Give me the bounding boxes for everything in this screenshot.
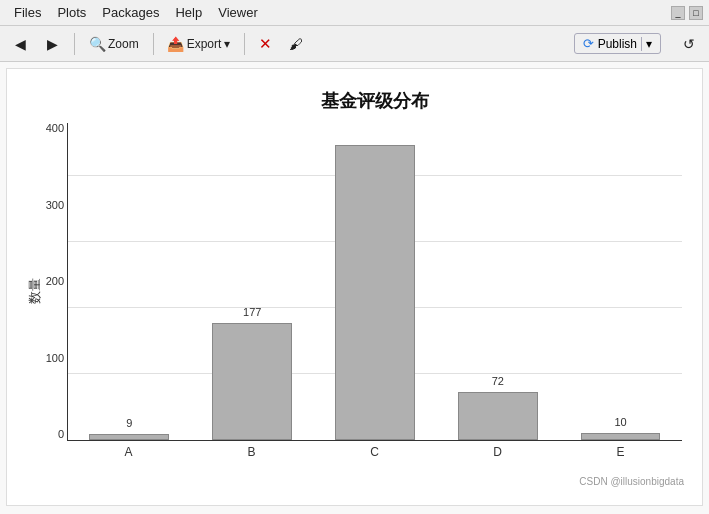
bar-value-label: 177 <box>243 306 261 318</box>
export-button[interactable]: 📤 Export ▾ <box>162 34 237 54</box>
watermark: CSDN @illusionbigdata <box>579 476 684 487</box>
x-axis-tick-label: C <box>313 445 436 459</box>
x-axis-tick-label: E <box>559 445 682 459</box>
x-axis-tick-label: B <box>190 445 313 459</box>
y-ticks: 0100200300400 <box>26 123 64 440</box>
clear-button[interactable]: ✕ <box>253 33 278 55</box>
clear-icon: ✕ <box>259 35 272 53</box>
y-tick-label: 200 <box>46 276 64 287</box>
publish-button[interactable]: ⟳ Publish ▾ <box>574 33 661 54</box>
menu-plots[interactable]: Plots <box>49 3 94 22</box>
publish-sync-icon: ⟳ <box>583 36 594 51</box>
zoom-icon: 🔍 <box>89 36 105 52</box>
bar <box>335 145 415 440</box>
y-tick-label: 100 <box>46 353 64 364</box>
bar-value-label: 72 <box>492 375 504 387</box>
chart-title: 基金评级分布 <box>67 89 682 113</box>
forward-icon: ▶ <box>44 36 60 52</box>
chart-area: 数量 0100200300400 91777210 ABCDE <box>67 123 682 459</box>
x-axis-labels: ABCDE <box>67 441 682 459</box>
y-tick-label: 400 <box>46 123 64 134</box>
forward-button[interactable]: ▶ <box>38 34 66 54</box>
bar-value-label: 10 <box>614 416 626 428</box>
menu-packages[interactable]: Packages <box>94 3 167 22</box>
export-icon: 📤 <box>168 36 184 52</box>
sep-2 <box>153 33 154 55</box>
y-tick-label: 0 <box>58 429 64 440</box>
maximize-button[interactable]: □ <box>689 6 703 20</box>
sep-1 <box>74 33 75 55</box>
publish-dropdown-icon[interactable]: ▾ <box>641 37 652 51</box>
bar-group: 72 <box>436 123 559 440</box>
export-label: Export <box>187 37 222 51</box>
chart-plot: 0100200300400 91777210 <box>67 123 682 441</box>
menubar: Files Plots Packages Help Viewer _ □ <box>0 0 709 26</box>
window-controls: _ □ <box>671 6 703 20</box>
toolbar: ◀ ▶ 🔍 Zoom 📤 Export ▾ ✕ 🖌 ⟳ Publish ▾ ↺ <box>0 26 709 62</box>
bar-value-label: 9 <box>126 417 132 429</box>
back-button[interactable]: ◀ <box>6 34 34 54</box>
bar-group: 9 <box>68 123 191 440</box>
chart-wrapper: 基金评级分布 数量 0100200300400 91777210 ABCDE C… <box>7 69 702 505</box>
plot-container: 基金评级分布 数量 0100200300400 91777210 ABCDE C… <box>6 68 703 506</box>
brush-button[interactable]: 🖌 <box>282 34 310 54</box>
y-tick-label: 300 <box>46 200 64 211</box>
bar: 177 <box>212 323 292 440</box>
refresh-icon: ↺ <box>681 36 697 52</box>
menu-help[interactable]: Help <box>167 3 210 22</box>
menu-files[interactable]: Files <box>6 3 49 22</box>
bar-group <box>314 123 437 440</box>
zoom-button[interactable]: 🔍 Zoom <box>83 34 145 54</box>
minimize-button[interactable]: _ <box>671 6 685 20</box>
x-axis-tick-label: D <box>436 445 559 459</box>
bar: 10 <box>581 433 661 440</box>
export-arrow-icon: ▾ <box>224 37 230 51</box>
bar: 9 <box>89 434 169 440</box>
x-axis-tick-label: A <box>67 445 190 459</box>
back-icon: ◀ <box>12 36 28 52</box>
sep-3 <box>244 33 245 55</box>
brush-icon: 🖌 <box>288 36 304 52</box>
publish-label: Publish <box>598 37 637 51</box>
bar-group: 177 <box>191 123 314 440</box>
bar-group: 10 <box>559 123 682 440</box>
zoom-label: Zoom <box>108 37 139 51</box>
bar: 72 <box>458 392 538 440</box>
refresh-button[interactable]: ↺ <box>675 34 703 54</box>
menu-viewer[interactable]: Viewer <box>210 3 266 22</box>
bars-container: 91777210 <box>68 123 682 440</box>
chart-inner: 0100200300400 91777210 ABCDE <box>67 123 682 459</box>
